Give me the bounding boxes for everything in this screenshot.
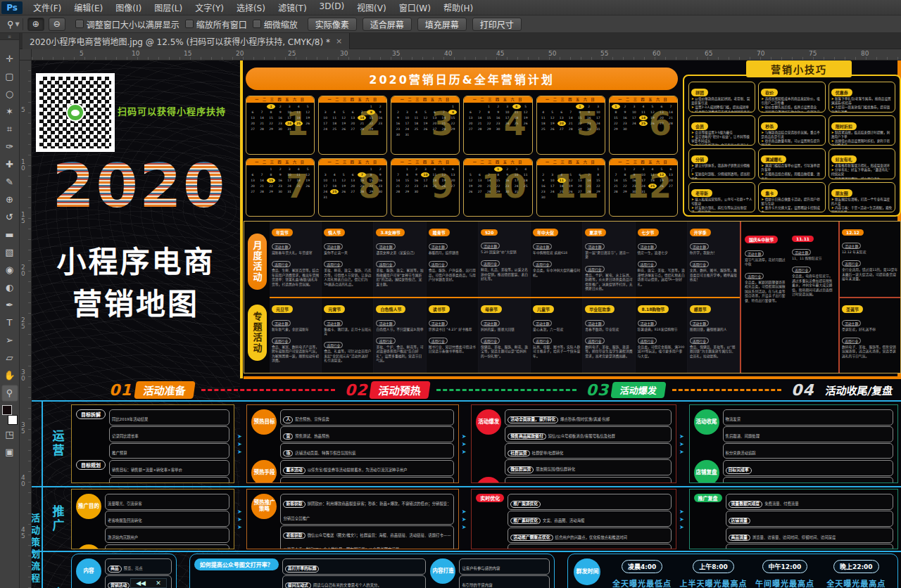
close-icon[interactable]: ✕ xyxy=(156,580,161,587)
tool-button[interactable]: ▧ xyxy=(1,244,18,261)
theme-tag: 活动主题 xyxy=(481,320,500,326)
option-button[interactable]: 打印尺寸 xyxy=(472,18,522,31)
node-item: 高打开率的标题 xyxy=(282,558,427,575)
tip-label: 会员 xyxy=(691,122,708,130)
calendar-month-card: 一 二 三 四 五 六 日 3 123456789101112131415161… xyxy=(391,96,460,155)
tip-card: 砍价 选择高感知低成本的商品发起砍价，吸引用户二次传播砍价金额先高后低，临界点设… xyxy=(758,82,825,113)
tip-line: 结合用户消费场景选择适合拼团的商品/活动 xyxy=(691,110,752,113)
tool-button[interactable]: ✚ xyxy=(1,156,18,173)
zoom-in-button[interactable]: ⊕ xyxy=(27,18,44,31)
theme-text: 白色情人节，不只甜蜜这么简单 xyxy=(376,328,423,332)
close-icon[interactable]: × xyxy=(336,37,342,46)
overlay-controls[interactable]: ◀◀ ✕ xyxy=(130,578,167,588)
theme-tag: 活动主题 xyxy=(376,243,395,250)
theme-tag: 活动主题 xyxy=(585,320,604,326)
calendar-month-card: 一 二 三 四 五 六 日 12 12345678910111213141516… xyxy=(609,158,678,217)
menu-item[interactable]: 视图(V) xyxy=(351,0,393,15)
menu-item[interactable]: 窗口(W) xyxy=(393,0,437,15)
ruler-number: 35 xyxy=(21,422,28,435)
tool-button[interactable]: ✑ xyxy=(1,139,18,155)
option-checkbox[interactable]: 调整窗口大小以满屏显示 xyxy=(75,18,179,30)
row-label-promo: 推广 xyxy=(44,489,71,549)
option-checkbox[interactable]: 缩放所有窗口 xyxy=(185,18,247,30)
tip-label: 限时折扣 xyxy=(831,122,857,130)
industry-text: 全品类，电商年度狂欢节，通过多重玩法叠加提前预售蓄水，冲刺全年最大成交峰值，预热… xyxy=(792,274,835,297)
background-color-swatch[interactable] xyxy=(8,415,18,425)
calendar-days: 1234567891011121314151617181920212223242… xyxy=(610,103,677,133)
tool-button[interactable]: ✛ xyxy=(1,51,18,68)
menu-item[interactable]: 3D(D) xyxy=(313,0,351,15)
menu-item[interactable]: 文字(Y) xyxy=(189,0,230,15)
menu-item[interactable]: 文件(F) xyxy=(27,0,68,15)
checkbox-box[interactable] xyxy=(185,20,194,28)
zoom-out-button[interactable]: ⊖ xyxy=(49,18,65,31)
panel-collapse-handle[interactable]: ≡ xyxy=(0,33,19,40)
screen-mode-button[interactable]: ▣ xyxy=(1,444,18,461)
ruler-number: 60 xyxy=(653,50,660,57)
tool-button[interactable]: ▢ xyxy=(1,68,18,85)
industry-text: 数码电子、美妆、服饰、旅游等，抓住毕业生及学生暑假消费需求，高考完更是消费高峰。 xyxy=(585,345,632,359)
calendar-days: 1234567891011121314151617181920212223242… xyxy=(319,103,386,133)
time-caption: 上半天曝光最高点 xyxy=(678,577,749,588)
tool-button[interactable]: ✶ xyxy=(1,103,18,120)
tip-line: 建立分销体系，筛选种子销售员分佣推广 xyxy=(691,164,752,172)
tool-button[interactable]: ○ xyxy=(1,86,18,103)
color-swatches[interactable] xyxy=(1,404,18,426)
tool-button[interactable]: ⊕ xyxy=(1,191,18,208)
tip-card: 分销 建立分销体系，筛选种子销售员分佣推广奖励及时到账、分佣规则透明，提高积极性… xyxy=(688,148,755,179)
monthly-activity-column: 开学季 活动主题 你开学，我助力！ 适用行业 文具、数码、图书、服饰等，教育类目… xyxy=(688,222,740,297)
theme-tag: 活动主题 xyxy=(376,320,395,326)
tip-line: 制造紧迫感，临近结束倒计时提醒，刺激用户下单 xyxy=(831,131,893,139)
divider xyxy=(244,376,901,379)
tip-label: 拼团 xyxy=(691,89,708,96)
menu-item[interactable]: 选择(S) xyxy=(230,0,272,15)
checkbox-box[interactable] xyxy=(75,20,84,28)
tip-card: 集卡 借助节日热点做集卡活动，提升用户停留与互动集齐卡片兑换大奖，设置稀缺卡控制… xyxy=(758,182,825,213)
tip-label: 优惠券 xyxy=(831,89,852,96)
checkbox-box[interactable] xyxy=(253,20,261,28)
foreground-color-swatch[interactable] xyxy=(2,405,12,415)
tool-button[interactable]: ✋ xyxy=(1,367,18,384)
zoom-tool-preset[interactable]: ⚲▼ xyxy=(4,18,23,30)
option-button[interactable]: 适合屏幕 xyxy=(363,18,412,31)
special-activity-column: 元宵节 活动主题 集福卡、猜灯谜，正月十五闹元宵 适用行业 食品、礼盒等，可针对… xyxy=(322,298,374,373)
option-button[interactable]: 实际像素 xyxy=(308,18,357,31)
tool-button[interactable]: ✒ xyxy=(1,297,18,314)
theme-tag: 活动主题 xyxy=(272,320,291,326)
tool-button[interactable]: ➢ xyxy=(1,332,18,349)
document-tab[interactable]: 2020小程序电商营销地图.jpg @ 12.5% (扫码可以获得小程序扶持, … xyxy=(23,33,350,49)
theme-tag: 活动主题 xyxy=(745,250,764,257)
tool-button[interactable]: ⚲ xyxy=(1,385,18,402)
monthly-activity-column: 520 活动主题 5.20 因爱放“价”大促销 适用行业 鲜花、礼品、美妆等，以… xyxy=(479,222,531,297)
node-label: 预热手段 xyxy=(251,460,277,483)
menu-item[interactable]: 帮助(H) xyxy=(437,0,479,15)
industry-tag: 适用行业 xyxy=(429,261,448,267)
calendar-weekday-header: 一 二 三 四 五 六 日 xyxy=(319,159,386,165)
theme-tag: 活动主题 xyxy=(792,249,811,255)
ops-burst-cell: 活动爆发 活动全面放量，提升转化爆点秒杀/限时优惠/满减·包邮 预售商品尾款催付… xyxy=(471,404,676,483)
theme-tag: 活动主题 xyxy=(585,243,604,250)
industry-text: 美妆、个护、食品、鲜花等，可对浪漫场景用户推出“告白好礼”，设置多重福利，营造节… xyxy=(376,345,423,364)
canvas-document[interactable]: 扫码可以获得小程序扶持 2020 小程序电商 营销地图 2020营销日历&全年营… xyxy=(32,60,901,588)
option-checkbox[interactable]: 细微缩放 xyxy=(253,18,298,30)
node-item: 推广素材优化文案、商品图、活动海报 xyxy=(508,511,672,527)
ruler-number: 5 xyxy=(80,50,84,57)
option-button[interactable]: 填充屏幕 xyxy=(417,18,467,31)
tool-button[interactable]: ▬ xyxy=(1,226,18,243)
menu-item[interactable]: 编辑(E) xyxy=(68,0,109,15)
quick-mask-button[interactable]: ◳ xyxy=(1,426,18,443)
calendar-weekday-header: 一 二 三 四 五 六 日 xyxy=(246,159,314,165)
menu-item[interactable]: 图像(I) xyxy=(109,0,148,15)
tool-button[interactable]: ◉ xyxy=(1,262,18,279)
festival-name: 元宵节 xyxy=(324,305,345,313)
tool-button[interactable]: ⌗ xyxy=(1,121,18,138)
calendar-weekday-header: 一 二 三 四 五 六 日 xyxy=(537,159,605,165)
rewind-icon[interactable]: ◀◀ xyxy=(136,580,146,587)
tool-button[interactable]: T xyxy=(1,314,18,331)
tool-button[interactable]: ▱ xyxy=(1,350,18,366)
menu-item[interactable]: 图层(L) xyxy=(148,0,189,15)
tool-button[interactable]: ↺ xyxy=(1,209,18,226)
tool-button[interactable]: ◐ xyxy=(1,279,18,296)
tool-button[interactable]: ✎ xyxy=(1,174,18,191)
menu-item[interactable]: 滤镜(T) xyxy=(272,0,313,15)
